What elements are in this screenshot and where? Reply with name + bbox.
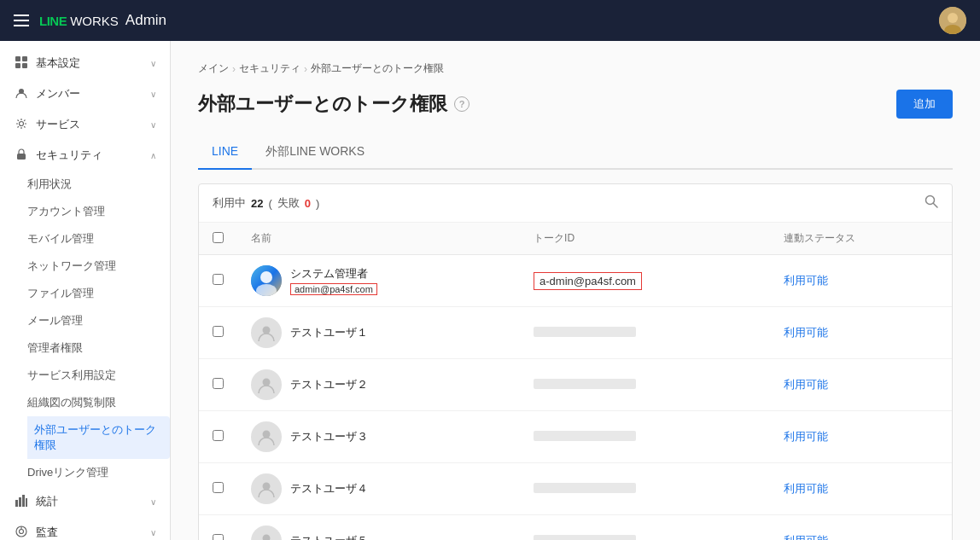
logo-line: LINE xyxy=(39,14,67,28)
breadcrumb: メイン › セキュリティ › 外部ユーザーとのトーク権限 xyxy=(198,61,953,76)
user-avatar xyxy=(251,265,282,296)
breadcrumb-main[interactable]: メイン xyxy=(198,61,229,76)
talk-id-cell xyxy=(520,463,769,515)
svg-rect-13 xyxy=(26,498,27,507)
user-table: 名前 トークID 連動ステータス システム管理者admin@pa4sf.coma… xyxy=(199,223,952,540)
sidebar-label-members: メンバー xyxy=(36,86,80,102)
status-cell: 利用可能 xyxy=(770,515,953,541)
user-avatar xyxy=(251,421,282,452)
chevron-down-icon: ∨ xyxy=(150,90,156,99)
content-area: メイン › セキュリティ › 外部ユーザーとのトーク権限 外部ユーザーとのトーク… xyxy=(171,41,980,540)
talk-id-placeholder xyxy=(534,327,636,337)
lock-icon xyxy=(14,148,29,163)
col-name: 名前 xyxy=(237,223,520,255)
svg-point-28 xyxy=(263,431,271,438)
user-name-cell: テストユーザ２ xyxy=(237,359,520,411)
tab-external-line-works[interactable]: 外部LINE WORKS xyxy=(252,136,378,170)
user-avatar xyxy=(251,317,282,348)
tab-line[interactable]: LINE xyxy=(198,136,252,170)
status-badge[interactable]: 利用可能 xyxy=(784,482,828,495)
row-checkbox[interactable] xyxy=(213,482,224,493)
status-cell: 利用可能 xyxy=(770,411,953,463)
talk-id-cell: a-dmin@pa4sf.com xyxy=(520,255,769,307)
sidebar-item-file[interactable]: ファイル管理 xyxy=(27,280,170,307)
sidebar-label-basic-settings: 基本設定 xyxy=(36,55,80,71)
sidebar-item-network[interactable]: ネットワーク管理 xyxy=(27,253,170,280)
col-talk-id: トークID xyxy=(520,223,769,255)
sidebar-item-audit[interactable]: 監査 ∨ xyxy=(0,517,170,540)
user-display-name: テストユーザ４ xyxy=(290,481,368,496)
user-avatar xyxy=(251,525,282,540)
stats-fail-count: 0 xyxy=(305,197,311,210)
sidebar-item-stats[interactable]: 統計 ∨ xyxy=(0,486,170,517)
sidebar-item-external-talk[interactable]: 外部ユーザーとのトーク権限 xyxy=(27,416,170,459)
sidebar-item-mail[interactable]: メール管理 xyxy=(27,307,170,334)
user-name-cell: テストユーザ１ xyxy=(237,307,520,359)
status-cell: 利用可能 xyxy=(770,359,953,411)
status-badge[interactable]: 利用可能 xyxy=(784,430,828,443)
sidebar-item-mobile[interactable]: モバイル管理 xyxy=(27,225,170,253)
status-badge[interactable]: 利用可能 xyxy=(784,534,828,540)
sidebar-item-security[interactable]: セキュリティ ∧ xyxy=(0,140,170,171)
sidebar-item-members[interactable]: メンバー ∨ xyxy=(0,78,170,109)
talk-id-cell xyxy=(520,515,769,541)
svg-rect-10 xyxy=(15,500,18,507)
status-badge[interactable]: 利用可能 xyxy=(784,326,828,339)
sidebar-item-service-usage[interactable]: サービス利用設定 xyxy=(27,362,170,389)
row-checkbox[interactable] xyxy=(213,378,224,389)
talk-id-cell xyxy=(520,359,769,411)
select-all-checkbox[interactable] xyxy=(213,232,224,243)
user-icon xyxy=(14,87,29,102)
gear-icon xyxy=(14,118,29,132)
row-checkbox[interactable] xyxy=(213,326,224,337)
table-toolbar: 利用中 22 (失敗 0) xyxy=(199,184,952,223)
sidebar-item-basic-settings[interactable]: 基本設定 ∨ xyxy=(0,48,170,78)
stats-fail-label: 失敗 xyxy=(277,195,300,211)
page-title-text: 外部ユーザーとのトーク権限 xyxy=(198,91,447,117)
help-icon[interactable]: ? xyxy=(454,96,470,112)
svg-rect-3 xyxy=(15,56,20,61)
main-layout: 基本設定 ∨ メンバー ∨ サービス ∨ xyxy=(0,41,980,540)
sidebar-item-org-view[interactable]: 組織図の閲覧制限 xyxy=(27,389,170,416)
status-badge[interactable]: 利用可能 xyxy=(784,378,828,391)
status-badge[interactable]: 利用可能 xyxy=(784,274,828,287)
add-button[interactable]: 追加 xyxy=(896,90,953,119)
chevron-down-icon: ∨ xyxy=(150,528,156,537)
talk-id-value: a-dmin@pa4sf.com xyxy=(534,272,642,290)
avatar[interactable] xyxy=(939,7,966,34)
svg-point-26 xyxy=(263,327,271,334)
user-avatar xyxy=(251,369,282,400)
svg-point-27 xyxy=(263,379,271,386)
sidebar-item-usage[interactable]: 利用状況 xyxy=(27,171,170,198)
logo-admin: Admin xyxy=(125,12,166,29)
hamburger-menu[interactable] xyxy=(14,15,29,26)
page-header: 外部ユーザーとのトーク権限 ? 追加 xyxy=(198,90,953,119)
table-container: 利用中 22 (失敗 0) 名前 トークID xyxy=(198,183,953,540)
sidebar-label-stats: 統計 xyxy=(36,494,58,509)
sidebar-item-services[interactable]: サービス ∨ xyxy=(0,109,170,140)
user-avatar xyxy=(251,473,282,504)
talk-id-placeholder xyxy=(534,535,636,541)
security-submenu: 利用状況 アカウント管理 モバイル管理 ネットワーク管理 ファイル管理 メール管… xyxy=(0,171,170,486)
sidebar-item-admin-rights[interactable]: 管理者権限 xyxy=(27,334,170,362)
chevron-down-icon: ∨ xyxy=(150,59,156,68)
svg-point-8 xyxy=(20,121,24,125)
svg-point-1 xyxy=(948,13,958,23)
row-checkbox[interactable] xyxy=(213,274,224,285)
chart-icon xyxy=(14,495,29,509)
grid-icon xyxy=(14,56,29,71)
sidebar-item-drive-link[interactable]: Driveリンク管理 xyxy=(27,459,170,486)
search-button[interactable] xyxy=(925,195,938,212)
table-row: テストユーザ１利用可能 xyxy=(199,307,952,359)
table-row: テストユーザ３利用可能 xyxy=(199,411,952,463)
sidebar-item-account[interactable]: アカウント管理 xyxy=(27,198,170,225)
header-left: LINE WORKS Admin xyxy=(14,12,166,29)
row-checkbox[interactable] xyxy=(213,534,224,540)
row-checkbox[interactable] xyxy=(213,430,224,441)
breadcrumb-security[interactable]: セキュリティ xyxy=(239,61,300,76)
status-cell: 利用可能 xyxy=(770,255,953,307)
status-cell: 利用可能 xyxy=(770,463,953,515)
svg-point-30 xyxy=(263,535,271,541)
user-name-cell: テストユーザ４ xyxy=(237,463,520,515)
svg-rect-9 xyxy=(17,154,26,160)
